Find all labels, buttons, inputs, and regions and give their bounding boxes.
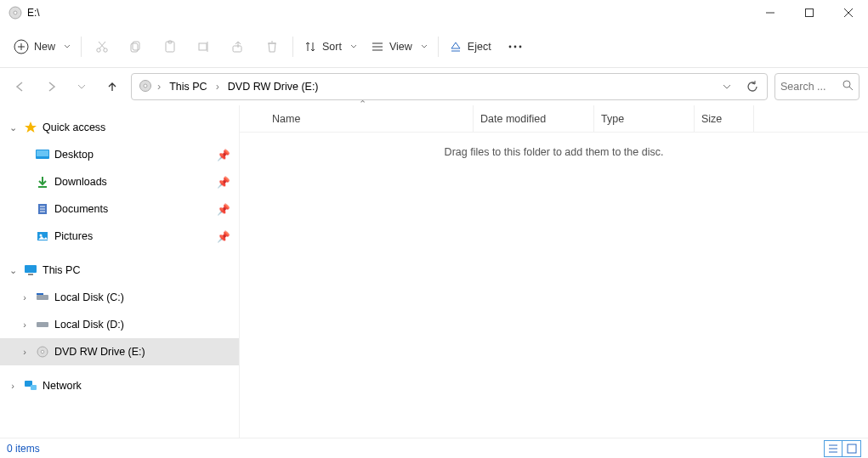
paste-button[interactable] [153,31,187,62]
crumb-dvd-drive[interactable]: DVD RW Drive (E:) [224,76,322,97]
chevron-right-icon: › [156,81,162,93]
star-icon [22,121,39,134]
svg-line-12 [99,42,105,48]
sidebar-item-label: This PC [43,264,80,276]
maximize-button[interactable] [790,0,829,25]
view-button[interactable]: View [364,31,434,62]
drive-icon [34,293,51,302]
chevron-right-icon: › [19,292,31,303]
sidebar-item-quick-access[interactable]: ⌄ Quick access [0,114,239,141]
svg-rect-45 [37,322,48,327]
svg-rect-53 [848,444,856,453]
separator [438,37,439,57]
item-count: 0 items [7,443,40,455]
sidebar-item-label: Local Disk (D:) [54,319,124,331]
svg-point-40 [40,235,43,237]
svg-point-47 [41,350,44,353]
content-area: Name Date modified Type Size Drag files … [240,105,868,438]
column-size[interactable]: Size [695,105,754,132]
crumb-this-pc[interactable]: This PC [166,76,210,97]
window-controls [751,0,868,25]
address-bar[interactable]: › This PC › DVD RW Drive (E:) [131,73,768,100]
new-button[interactable]: New [7,31,77,62]
details-view-button[interactable] [824,440,842,457]
delete-button[interactable] [255,31,289,62]
sidebar-item-dvd-drive[interactable]: › DVD RW Drive (E:) [0,338,239,365]
rename-icon [197,40,211,54]
plus-circle-icon [14,39,29,54]
sidebar-item-label: DVD RW Drive (E:) [54,346,145,358]
share-icon [231,40,245,54]
forward-button[interactable] [39,75,63,99]
search-box[interactable]: Search ... [774,73,859,100]
download-icon [34,176,51,188]
ellipsis-icon [508,45,522,48]
rename-button[interactable] [187,31,221,62]
sidebar-item-this-pc[interactable]: ⌄ This PC [0,257,239,284]
svg-point-26 [519,45,521,48]
svg-rect-44 [37,293,43,295]
thumbnails-view-button[interactable] [842,440,861,457]
sort-button[interactable]: Sort [297,31,364,62]
svg-line-11 [99,42,105,48]
sidebar-item-pictures[interactable]: Pictures 📌 [0,223,239,250]
view-icon [371,40,384,54]
empty-folder-message: Drag files to this folder to add them to… [240,133,868,158]
svg-point-10 [104,48,107,51]
column-name-label: Name [272,113,300,125]
svg-rect-42 [28,274,33,275]
pin-icon: 📌 [217,149,230,161]
up-button[interactable] [100,75,124,99]
chevron-down-icon [350,43,357,50]
sidebar-item-network[interactable]: › Network [0,372,239,399]
back-button[interactable] [9,75,32,99]
sidebar-item-downloads[interactable]: Downloads 📌 [0,168,239,195]
minimize-button[interactable] [751,0,790,25]
more-button[interactable] [498,31,532,62]
document-icon [34,203,51,215]
column-date[interactable]: Date modified [474,105,594,132]
column-type[interactable]: Type [594,105,695,132]
refresh-button[interactable] [741,76,763,98]
svg-point-1 [14,11,17,14]
chevron-right-icon: › [19,347,31,357]
sidebar-item-desktop[interactable]: Desktop 📌 [0,141,239,168]
sidebar-item-label: Pictures [54,230,93,242]
cut-button[interactable] [85,31,119,62]
disc-icon [34,346,51,358]
svg-rect-43 [37,295,48,300]
column-headers: Name Date modified Type Size [240,105,868,133]
desktop-icon [34,150,51,160]
chevron-right-icon: › [19,319,31,330]
svg-point-24 [508,45,511,48]
navigation-pane: ⌄ Quick access Desktop 📌 Downloads 📌 Doc… [0,105,240,438]
title-bar: E:\ [0,0,868,25]
share-button[interactable] [221,31,255,62]
status-bar: 0 items [0,438,868,458]
chevron-down-icon [421,43,428,50]
sidebar-item-label: Downloads [54,176,107,188]
sidebar-item-local-disk-c[interactable]: › Local Disk (C:) [0,284,239,311]
clipboard-icon [163,40,177,54]
sidebar-item-documents[interactable]: Documents 📌 [0,195,239,223]
pin-icon: 📌 [217,230,230,243]
search-placeholder: Search ... [780,81,842,93]
svg-rect-49 [31,385,37,390]
column-name[interactable]: Name [265,105,474,132]
toolbar: New Sort View Eject [0,25,868,68]
recent-dropdown[interactable] [70,75,94,99]
svg-point-25 [513,45,516,48]
sidebar-item-label: Desktop [54,149,94,161]
disc-icon [9,6,22,20]
close-button[interactable] [829,0,868,25]
chevron-down-icon: ⌄ [7,265,19,276]
sidebar-item-local-disk-d[interactable]: › Local Disk (D:) [0,311,239,338]
separator [81,37,82,57]
view-mode-buttons [824,440,861,457]
disc-icon [139,79,152,95]
address-dropdown[interactable] [716,76,738,98]
network-icon [22,380,39,392]
window-title: E:\ [27,7,40,19]
eject-button[interactable]: Eject [442,31,498,62]
copy-button[interactable] [119,31,153,62]
